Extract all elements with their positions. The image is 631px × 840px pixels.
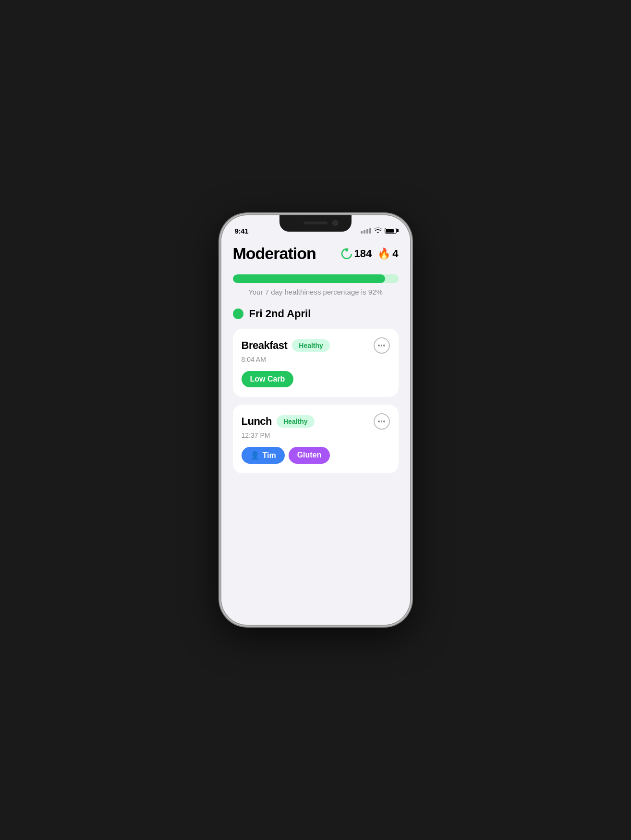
calories-ring-icon: [341, 247, 352, 260]
low-carb-tag[interactable]: Low Carb: [242, 371, 294, 387]
lunch-badge: Healthy: [277, 415, 315, 428]
battery-icon: [385, 228, 397, 234]
lunch-time: 12:37 PM: [242, 432, 390, 439]
person-icon: 👤: [250, 451, 260, 460]
screen: 9:41: [221, 215, 410, 625]
breakfast-badge: Healthy: [292, 339, 330, 352]
streak-value: 4: [392, 247, 398, 260]
breakfast-title-group: Breakfast Healthy: [242, 339, 330, 352]
breakfast-time: 8:04 AM: [242, 356, 390, 363]
tim-tag[interactable]: 👤 Tim: [242, 447, 285, 464]
gluten-tag[interactable]: Gluten: [289, 447, 330, 464]
calories-value: 184: [354, 247, 372, 260]
lunch-header: Lunch Healthy: [242, 413, 390, 430]
notch-camera: [332, 220, 338, 226]
header-stats: 184 🔥 4: [341, 247, 399, 260]
app-title: Moderation: [233, 244, 316, 263]
calories-stat: 184: [341, 247, 372, 260]
lunch-tags: 👤 Tim Gluten: [242, 447, 390, 464]
notch-speaker: [303, 222, 328, 224]
svg-point-1: [345, 249, 348, 251]
progress-bar-fill: [233, 274, 385, 283]
signal-icon: [361, 228, 371, 234]
phone-frame: 9:41: [221, 215, 410, 625]
progress-bar-container: [233, 274, 399, 283]
notch: [279, 215, 352, 232]
flame-icon: 🔥: [377, 247, 390, 260]
lunch-card[interactable]: Lunch Healthy 12:37 PM 👤: [233, 405, 399, 473]
more-dots-icon: [378, 420, 385, 422]
progress-label: Your 7 day healthiness percentage is 92%: [233, 288, 399, 296]
breakfast-more-button[interactable]: [374, 337, 390, 354]
lunch-title-group: Lunch Healthy: [242, 415, 315, 428]
date-section: Fri 2nd April: [233, 308, 399, 320]
date-text: Fri 2nd April: [249, 308, 311, 320]
streak-stat: 🔥 4: [377, 247, 398, 260]
progress-section: Your 7 day healthiness percentage is 92%: [233, 274, 399, 296]
wifi-icon: [374, 227, 382, 235]
main-content: Moderation 184 🔥 4: [221, 239, 410, 625]
breakfast-name: Breakfast: [242, 339, 288, 352]
more-dots-icon: [378, 345, 385, 346]
date-dot: [233, 309, 243, 319]
status-time: 9:41: [235, 227, 249, 235]
status-icons: [361, 227, 397, 235]
breakfast-card[interactable]: Breakfast Healthy 8:04 AM Low Carb: [233, 329, 399, 397]
lunch-name: Lunch: [242, 415, 272, 428]
app-header: Moderation 184 🔥 4: [233, 244, 399, 263]
breakfast-tags: Low Carb: [242, 371, 390, 387]
lunch-more-button[interactable]: [374, 413, 390, 430]
breakfast-header: Breakfast Healthy: [242, 337, 390, 354]
